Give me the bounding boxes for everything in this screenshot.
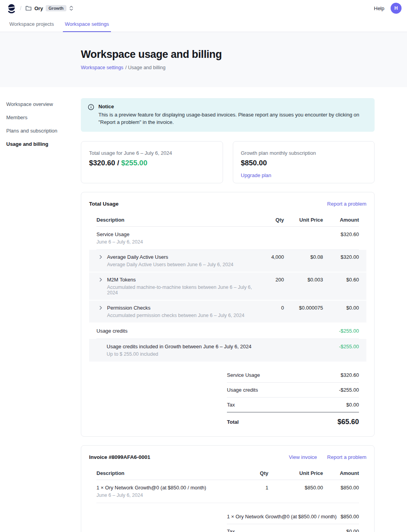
- row-qty: 200: [253, 277, 284, 283]
- row-subtitle: Accumulated machine-to-machine tokens be…: [107, 285, 253, 296]
- avatar[interactable]: H: [391, 3, 402, 14]
- total-usage-card: Total Usage Report a problem Description…: [81, 192, 375, 437]
- column-description: Description: [96, 217, 253, 223]
- row-title: Service Usage: [96, 231, 253, 237]
- upgrade-plan-link[interactable]: Upgrade plan: [241, 172, 271, 178]
- usage-row-usage-credits: Usage credits -$255.00: [96, 323, 359, 339]
- summary-total-row: Total $65.60: [227, 412, 359, 426]
- row-unit-price: $0.08: [284, 254, 323, 260]
- usage-included-amount: $255.00: [121, 159, 147, 167]
- invoice-summary-row-tax: Tax $0.00: [227, 524, 359, 532]
- summary-label: Service Usage: [227, 372, 260, 378]
- tab-workspace-projects[interactable]: Workspace projects: [7, 16, 56, 32]
- row-title: Permission Checks: [107, 305, 253, 311]
- main-content: Notice This is a preview feature for dis…: [81, 87, 375, 532]
- usage-row-permission-checks[interactable]: Permission Checks Accumulated permission…: [89, 301, 366, 322]
- page-title: Workspace usage and billing: [81, 48, 407, 61]
- ory-logo-icon: [7, 4, 16, 13]
- row-amount: -$255.00: [323, 328, 359, 334]
- row-title: Usage credits included in Growth between…: [107, 344, 253, 349]
- row-qty: 0: [253, 305, 284, 311]
- row-amount: $320.00: [323, 254, 359, 260]
- invoice-summary-row-plan: 1 × Ory Network Growth@0 (at $850.00 / m…: [227, 509, 359, 524]
- report-problem-link[interactable]: Report a problem: [327, 454, 366, 460]
- usage-amount-separator: /: [115, 159, 121, 167]
- chevron-right-icon: [99, 255, 104, 259]
- summary-value: -$255.00: [339, 387, 359, 393]
- summary-value: $0.00: [346, 528, 359, 532]
- workspace-switcher[interactable]: Ory Growth: [25, 5, 73, 11]
- sidebar-item-plans-and-subscription[interactable]: Plans and subscription: [6, 125, 81, 136]
- usage-table-header: Description Qty Unit Price Amount: [96, 214, 359, 227]
- column-amount: Amount: [323, 217, 359, 223]
- usage-summary: Service Usage $320.60 Usage credits -$25…: [227, 368, 359, 426]
- usage-table: Description Qty Unit Price Amount Servic…: [89, 214, 366, 426]
- invoice-summary: 1 × Ory Network Growth@0 (at $850.00 / m…: [227, 509, 359, 532]
- row-amount: $320.60: [323, 231, 359, 237]
- column-unit-price: Unit Price: [268, 470, 323, 476]
- sidebar-item-workspace-overview[interactable]: Workspace overview: [6, 99, 81, 109]
- row-amount: -$255.00: [323, 344, 359, 349]
- invoice-table-header: Description Qty Unit Price Amount: [96, 467, 359, 480]
- row-qty: 1: [245, 485, 268, 491]
- breadcrumb-workspace-settings-link[interactable]: Workspace settings: [81, 65, 123, 70]
- summary-label: 1 × Ory Network Growth@0 (at $850.00 / m…: [227, 514, 337, 519]
- row-unit-price: $0.003: [284, 277, 323, 283]
- row-qty: 4,000: [253, 254, 284, 260]
- notice-banner: Notice This is a preview feature for dis…: [81, 98, 375, 132]
- folder-icon: [25, 5, 32, 11]
- breadcrumb: Workspace settings/ Usage and billing: [81, 65, 407, 70]
- row-amount: $0.60: [323, 277, 359, 283]
- tab-workspace-settings[interactable]: Workspace settings: [63, 16, 111, 32]
- page-header: Workspace usage and billing Workspace se…: [0, 32, 407, 87]
- row-unit-price: $0.000075: [284, 305, 323, 311]
- plan-badge: Growth: [46, 5, 66, 11]
- row-title: Average Daily Active Users: [107, 254, 253, 260]
- column-description: Description: [96, 470, 245, 476]
- tab-bar: Workspace projects Workspace settings: [0, 16, 407, 32]
- usage-used-amount: $320.60: [89, 159, 115, 167]
- help-link[interactable]: Help: [374, 5, 384, 11]
- summary-value: $0.00: [346, 402, 359, 408]
- row-subtitle: Up to $ 255.00 included: [107, 351, 253, 357]
- total-label: Total: [227, 419, 239, 425]
- invoice-card: Invoice #8099AFA6-0001 View invoice Repo…: [81, 445, 375, 532]
- chevron-up-down-icon: [69, 5, 73, 11]
- usage-row-service-usage: Service Usage June 6 – July 6, 2024 $320…: [96, 227, 359, 250]
- row-title: 1 × Ory Network Growth@0 (at $850.00 / m…: [96, 485, 245, 491]
- usage-row-average-daily-active-users[interactable]: Average Daily Active Users Average Daily…: [89, 250, 366, 272]
- usage-row-m2m-tokens[interactable]: M2M Tokens Accumulated machine-to-machin…: [89, 272, 366, 300]
- row-unit-price: $850.00: [268, 485, 323, 491]
- subscription-summary-card: Growth plan monthly subscription $850.00…: [233, 141, 375, 183]
- column-qty: Qty: [245, 470, 268, 476]
- total-usage-title: Total Usage: [89, 201, 119, 207]
- row-subtitle: June 6 – July 6, 2024: [96, 493, 245, 498]
- row-subtitle: Average Daily Active Users between June …: [107, 262, 253, 267]
- ory-logo[interactable]: [7, 4, 16, 13]
- summary-value: $320.60: [341, 372, 359, 378]
- column-amount: Amount: [323, 470, 359, 476]
- breadcrumb-separator: /: [20, 5, 21, 11]
- column-unit-price: Unit Price: [284, 217, 323, 223]
- summary-value: $850.00: [341, 514, 359, 519]
- subscription-label: Growth plan monthly subscription: [241, 150, 367, 156]
- total-usage-summary-card: Total usage for June 6 – July 6, 2024 $3…: [81, 141, 223, 183]
- report-problem-link[interactable]: Report a problem: [327, 201, 366, 207]
- invoice-table: Description Qty Unit Price Amount 1 × Or…: [89, 467, 366, 532]
- summary-row-service-usage: Service Usage $320.60: [227, 368, 359, 383]
- view-invoice-link[interactable]: View invoice: [289, 454, 317, 460]
- sidebar-item-members[interactable]: Members: [6, 112, 81, 123]
- invoice-row-growth-plan: 1 × Ory Network Growth@0 (at $850.00 / m…: [96, 480, 359, 503]
- usage-row-usage-credits-detail: Usage credits included in Growth between…: [89, 339, 366, 362]
- summary-row-usage-credits: Usage credits -$255.00: [227, 383, 359, 398]
- info-icon: [88, 104, 94, 110]
- sidebar-item-usage-and-billing[interactable]: Usage and billing: [6, 139, 81, 149]
- breadcrumb-current: / Usage and billing: [125, 65, 166, 70]
- summary-label: Usage credits: [227, 387, 258, 393]
- workspace-name: Ory: [34, 5, 43, 11]
- chevron-right-icon: [99, 278, 104, 282]
- subscription-amount: $850.00: [241, 159, 367, 167]
- usage-amount: $320.60 / $255.00: [89, 159, 215, 167]
- row-subtitle: Accumulated permission checks between Ju…: [107, 313, 253, 318]
- row-title: M2M Tokens: [107, 277, 253, 283]
